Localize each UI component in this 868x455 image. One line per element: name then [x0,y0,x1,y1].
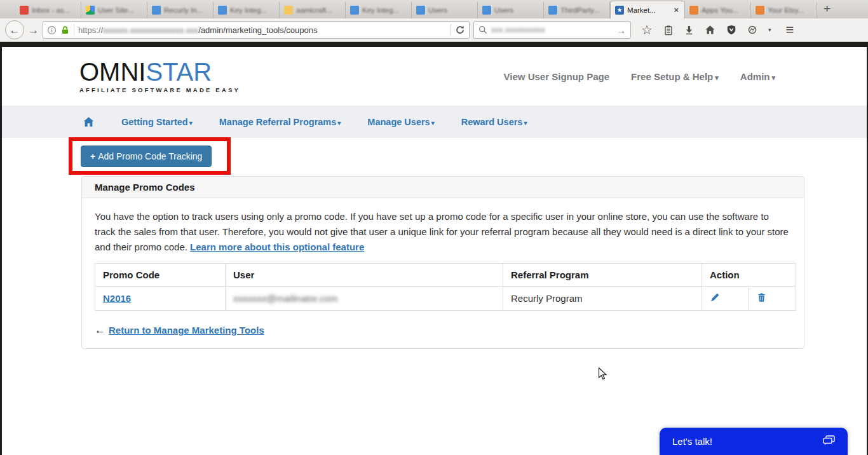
button-label: Add Promo Code Tracking [98,151,202,161]
panel-title: Manage Promo Codes [95,182,791,193]
doc-favicon-icon [152,6,161,15]
edit-pencil-icon[interactable] [710,292,720,302]
browser-tab[interactable]: Recurly In... [147,2,214,18]
learn-more-link[interactable]: Learn more about this optional feature [190,241,364,252]
bookmark-star-icon[interactable]: ☆ [641,24,653,36]
browser-tab[interactable]: User Site... [81,2,147,18]
chevron-down-icon: ▾ [189,119,193,126]
menu-hamburger-icon[interactable]: ≡ [785,23,794,37]
promo-code-link[interactable]: N2016 [103,293,131,304]
nav-label: Manage Users [367,117,430,127]
doc-favicon-icon [689,6,698,15]
back-button[interactable]: ← [5,20,24,39]
browser-tab[interactable]: Users [478,2,544,18]
https-lock-icon[interactable] [60,25,70,35]
doc-favicon-icon [482,6,491,15]
panel-header: Manage Promo Codes [82,177,804,198]
doc-favicon-icon [756,6,764,15]
reload-icon [455,25,465,35]
view-user-signup-link[interactable]: View User Signup Page [504,71,609,82]
nav-label: Reward Users [461,117,523,127]
search-icon [478,25,487,34]
nav-manage-referral-programs[interactable]: Manage Referral Programs▾ [219,117,341,127]
url-text[interactable]: https://xxxxxx.xxxxxxxxxxxxx.xxx/admin/m… [78,25,447,35]
home-icon[interactable] [705,25,715,35]
browser-toolbar: ← → https://xxxxxx.xxxxxxxxxxxxx.xxx/adm… [0,18,868,42]
search-input[interactable]: xxx.xxxxxxxxxx → [473,21,631,39]
nav-manage-users[interactable]: Manage Users▾ [367,117,434,127]
trash-icon[interactable] [757,292,766,302]
browser-tab[interactable]: Inbox - as... [15,2,81,18]
star-favicon-icon [284,6,293,15]
table-row: N2016 xxxxxxx@mailinator.com Recurly Pro… [95,287,796,311]
shield-extension-icon[interactable] [726,25,736,35]
tab-title: User Site... [98,6,134,14]
tab-close-icon[interactable]: × [672,5,680,15]
overflow-caret-icon[interactable]: ▾ [768,27,771,33]
tab-title: Users [494,6,513,14]
free-setup-help-menu[interactable]: Free Setup & Help▾ [631,71,719,82]
extension-icon[interactable] [747,25,757,35]
doc-favicon-icon [350,6,359,15]
browser-tab[interactable]: ThirdParty... [544,2,610,18]
new-tab-button[interactable]: + [817,2,837,17]
manage-promo-codes-panel: Manage Promo Codes You have the option t… [81,176,804,349]
panel-description: You have the option to track users using… [95,209,791,255]
nav-home-icon[interactable] [83,116,95,128]
tab-title: aamlcraft... [296,6,332,14]
tab-title: Market... [627,6,669,14]
admin-menu[interactable]: Admin▾ [740,71,775,82]
mouse-cursor [598,367,610,383]
nav-reward-users[interactable]: Reward Users▾ [461,117,527,127]
browser-tab[interactable]: aamlcraft... [280,2,346,18]
search-go-icon[interactable]: → [616,25,626,36]
chevron-down-icon: ▾ [524,119,527,126]
browser-tab[interactable]: Your Etsy... [751,2,817,18]
return-link-row: ←Return to Manage Marketing Tools [95,324,791,337]
nav-label: Getting Started [121,117,188,127]
content-area: +Add Promo Code Tracking Manage Promo Co… [2,138,867,349]
return-to-marketing-tools-link[interactable]: Return to Manage Marketing Tools [109,325,264,336]
urlbar-divider [451,24,451,36]
browser-tab-bar: Inbox - as... User Site... Recurly In...… [0,0,868,18]
drive-favicon-icon [86,6,95,15]
promo-codes-table: Promo Code User Referral Program Action … [95,263,796,311]
col-header-action: Action [702,264,796,287]
nav-getting-started[interactable]: Getting Started▾ [121,117,193,127]
url-protocol: https:// [78,25,103,35]
search-text-redacted: xxx.xxxxxxxxxx [491,25,613,34]
logo-text-omni: OMNI [79,58,146,86]
browser-tab[interactable]: Key Integ... [346,2,412,18]
browser-tab[interactable]: Key Integ... [214,2,280,18]
col-header-user: User [226,264,503,287]
bookmarks-menu-icon[interactable] [663,25,674,36]
link-label: View User Signup Page [504,71,609,82]
chevron-down-icon: ▾ [431,119,435,126]
referral-program-cell: Recurly Program [503,287,702,311]
link-label: Free Setup & Help [631,71,713,82]
page-info-icon[interactable] [47,25,57,35]
doc-favicon-icon [548,6,557,15]
left-arrow-icon: ← [95,324,105,336]
forward-button[interactable]: → [28,25,39,36]
chat-widget[interactable]: Let's talk! [660,428,848,455]
add-promo-code-tracking-button[interactable]: +Add Promo Code Tracking [81,146,212,167]
header-links: View User Signup Page Free Setup & Help▾… [504,71,775,82]
col-header-promo-code: Promo Code [95,264,226,287]
browser-tab-active[interactable]: ★ Market... × [610,1,685,18]
tab-title: ThirdParty... [560,6,600,14]
url-bar[interactable]: https://xxxxxx.xxxxxxxxxxxxx.xxx/admin/m… [43,21,470,39]
tab-title: Your Etsy... [768,6,804,14]
reload-button[interactable] [451,24,465,36]
browser-tab[interactable]: Apps You... [685,2,751,18]
table-header-row: Promo Code User Referral Program Action [95,264,796,287]
site-viewport: OMNISTAR AFFILIATE SOFTWARE MADE EASY Vi… [2,47,867,455]
chat-label: Let's talk! [672,436,712,447]
omnistar-logo[interactable]: OMNISTAR AFFILIATE SOFTWARE MADE EASY [79,59,240,93]
back-arrow-icon: ← [10,25,20,36]
logo-tagline: AFFILIATE SOFTWARE MADE EASY [79,86,240,93]
mail-favicon-icon [20,6,29,15]
main-navigation: Getting Started▾ Manage Referral Program… [2,105,867,138]
browser-tab[interactable]: Users [412,2,478,18]
downloads-icon[interactable] [684,25,694,35]
